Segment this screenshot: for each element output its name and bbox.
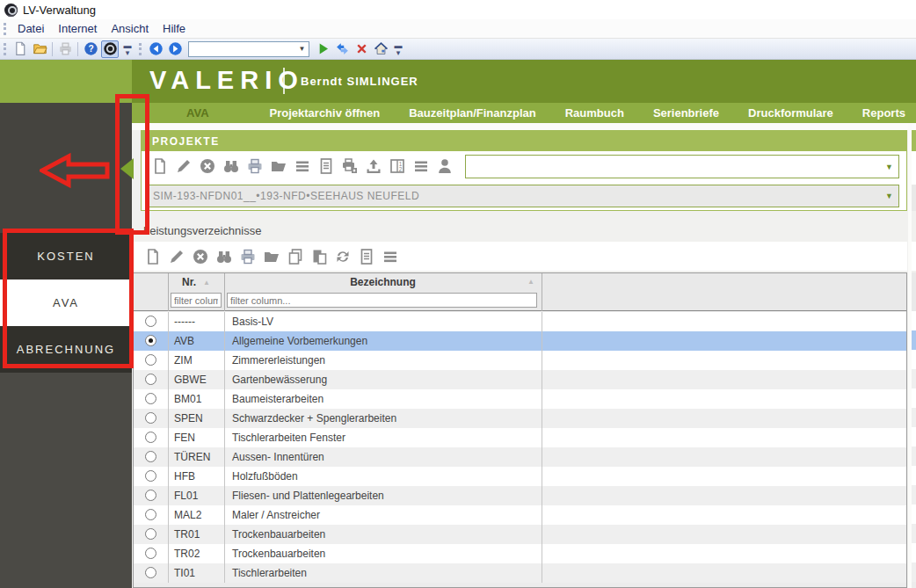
row-radio[interactable] xyxy=(145,393,156,404)
nav-item-bauzeitplan-finanzplan[interactable]: Bauzeitplan/Finanzplan xyxy=(409,106,535,120)
row-radio[interactable] xyxy=(145,490,156,501)
split-view-icon[interactable]: 12 xyxy=(388,156,406,175)
new-document-icon[interactable] xyxy=(143,247,162,265)
menu-item-ansicht[interactable]: Ansicht xyxy=(104,22,156,35)
table-row[interactable]: TÜRENAussen- Innentüren xyxy=(134,447,906,467)
print-icon[interactable] xyxy=(245,156,264,175)
edit-icon[interactable] xyxy=(167,247,185,265)
projekte-panel-title: PROJEKTE xyxy=(142,131,906,151)
open-folder-icon[interactable] xyxy=(262,247,280,265)
project-combobox[interactable]: SIM-193-NFDN01__•193-NFD•SEEHAUS NEUFELD… xyxy=(146,185,899,207)
title-bar: LV-Verwaltung xyxy=(0,0,916,19)
forward-icon[interactable] xyxy=(166,40,184,58)
edit-icon[interactable] xyxy=(174,156,193,175)
user-icon[interactable] xyxy=(435,156,454,175)
toolbar-grip[interactable] xyxy=(4,43,6,55)
table-row[interactable]: MAL2Maler / Anstreicher xyxy=(134,505,906,525)
search-icon[interactable] xyxy=(214,247,233,265)
back-icon[interactable] xyxy=(147,40,164,58)
table-row[interactable]: TI01Tischlerarbeiten xyxy=(134,563,906,583)
help-icon[interactable]: ? xyxy=(82,40,99,58)
table-row[interactable]: FL01Fliesen- und Plattenlegearbeiten xyxy=(134,486,906,505)
project-filter-combobox[interactable]: ▼ xyxy=(465,155,899,178)
open-folder-icon[interactable] xyxy=(269,156,287,175)
upload-icon[interactable] xyxy=(364,156,382,175)
stop-icon[interactable] xyxy=(353,40,370,58)
row-radio[interactable] xyxy=(145,354,156,366)
sync-icon[interactable] xyxy=(333,40,351,58)
collapse-sidebar-icon[interactable] xyxy=(120,158,134,179)
paste-icon[interactable] xyxy=(309,247,328,265)
search-icon[interactable] xyxy=(222,156,240,175)
valerio-logo-icon[interactable] xyxy=(101,40,119,58)
chevron-down-icon[interactable]: ▼ xyxy=(885,163,893,171)
nav-item-ava[interactable]: AVA xyxy=(186,106,209,120)
table-row[interactable]: ZIMZimmererleistungen xyxy=(134,351,906,370)
nav-item-projektarchiv-ffnen[interactable]: Projektarchiv öffnen xyxy=(270,106,381,120)
sidebar-item-ava[interactable]: AVA xyxy=(0,279,132,326)
nav-item-reports[interactable]: Reports xyxy=(862,106,905,120)
table-row[interactable]: SPENSchwarzdecker + Spenglerarbeiten xyxy=(134,409,906,428)
toolbar-grip[interactable] xyxy=(139,43,142,55)
copy-icon[interactable] xyxy=(286,247,304,265)
print-icon[interactable] xyxy=(238,247,257,265)
address-input[interactable] xyxy=(191,43,294,55)
row-radio[interactable] xyxy=(145,548,156,559)
sort-asc-icon[interactable]: ▲ xyxy=(527,278,534,286)
list-details-icon[interactable] xyxy=(411,156,430,175)
list-icon[interactable] xyxy=(381,247,399,265)
new-file-icon[interactable] xyxy=(11,40,29,58)
document-icon[interactable] xyxy=(357,247,375,265)
menu-item-datei[interactable]: Datei xyxy=(11,22,51,35)
cell-bezeichnung: Gartenbewässerung xyxy=(232,370,327,389)
filter-input-bezeichnung[interactable] xyxy=(227,293,537,308)
table-row[interactable]: TR02Trockenbauarbeiten xyxy=(134,544,906,563)
filter-input-nr[interactable] xyxy=(171,293,222,308)
menu-item-internet[interactable]: Internet xyxy=(51,22,104,35)
refresh-icon[interactable] xyxy=(333,247,352,265)
table-row[interactable]: HFBHolzfußböden xyxy=(134,467,906,486)
table-row[interactable]: BM01Baumeisterarbeiten xyxy=(134,389,906,409)
table-row[interactable]: ------Basis-LV xyxy=(134,312,906,331)
table-row[interactable]: AVBAllgemeine Vorbemerkungen xyxy=(134,331,906,351)
delete-icon[interactable] xyxy=(198,156,216,175)
row-radio[interactable] xyxy=(145,509,156,520)
row-radio[interactable] xyxy=(145,316,156,327)
toolbar-grip[interactable] xyxy=(4,23,6,35)
print-icon[interactable] xyxy=(56,40,74,58)
home-icon[interactable] xyxy=(372,40,389,58)
nav-item-serienbriefe[interactable]: Serienbriefe xyxy=(653,106,719,120)
open-file-icon[interactable] xyxy=(31,40,48,58)
address-combobox[interactable]: ▼ xyxy=(188,41,309,57)
table-row[interactable]: GBWEGartenbewässerung xyxy=(134,370,906,389)
nav-item-raumbuch[interactable]: Raumbuch xyxy=(565,106,624,120)
toolbar-separator xyxy=(52,42,53,56)
delete-icon[interactable] xyxy=(191,247,209,265)
row-radio[interactable] xyxy=(145,335,156,346)
column-header-nr[interactable]: Nr.▲ xyxy=(168,273,224,291)
sort-asc-icon[interactable]: ▲ xyxy=(203,279,210,287)
row-radio[interactable] xyxy=(145,567,156,578)
row-radio[interactable] xyxy=(145,470,156,482)
menu-item-hilfe[interactable]: Hilfe xyxy=(156,22,193,35)
list-icon[interactable] xyxy=(293,156,311,175)
row-radio[interactable] xyxy=(145,432,156,443)
new-document-icon[interactable] xyxy=(150,156,169,175)
row-radio[interactable] xyxy=(145,374,156,385)
chevron-down-icon[interactable]: ▼ xyxy=(885,192,893,200)
run-icon[interactable] xyxy=(314,40,331,58)
row-radio[interactable] xyxy=(145,412,156,424)
document-icon[interactable] xyxy=(316,156,335,175)
sidebar-item-kosten[interactable]: KOSTEN xyxy=(0,233,132,279)
table-row[interactable]: TR01Trockenbauarbeiten xyxy=(134,525,906,544)
sidebar-item-abrechnung[interactable]: ABRECHNUNG xyxy=(0,326,132,373)
toolbar-overflow-icon[interactable]: ▬▾ xyxy=(393,42,403,56)
print-export-icon[interactable] xyxy=(340,156,359,175)
table-row[interactable]: FENTischlerarbeiten Fenster xyxy=(134,428,906,447)
column-header-bezeichnung[interactable]: Bezeichnung xyxy=(224,273,542,291)
chevron-down-icon[interactable]: ▼ xyxy=(295,42,309,56)
row-radio[interactable] xyxy=(145,528,156,540)
nav-item-druckformulare[interactable]: Druckformulare xyxy=(748,106,833,120)
row-radio[interactable] xyxy=(145,451,156,462)
toolbar-overflow-icon[interactable]: ▬▾ xyxy=(122,42,133,56)
